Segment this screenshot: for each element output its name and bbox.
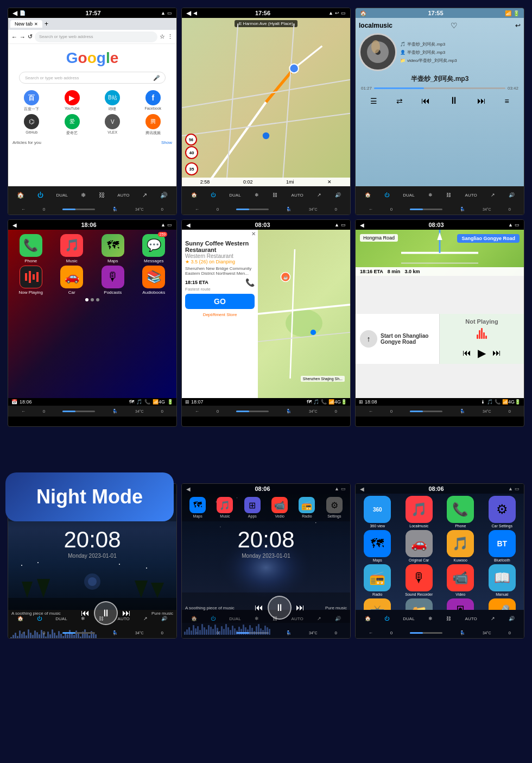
progress-track[interactable] bbox=[374, 87, 505, 89]
vol-slider-3[interactable] bbox=[410, 209, 442, 210]
top-app-apps-8[interactable]: ⊞ Apps bbox=[244, 497, 261, 518]
app-radio-large[interactable]: 📻 Radio bbox=[358, 564, 397, 596]
snow-icon-2[interactable]: ❄ bbox=[255, 192, 259, 198]
top-app-maps-8[interactable]: 🗺 Maps bbox=[189, 497, 206, 518]
vol-slider-4[interactable] bbox=[62, 411, 95, 412]
back-arrow-2[interactable]: ← bbox=[195, 207, 199, 212]
mic-icon[interactable]: 🎤 bbox=[153, 75, 160, 81]
close-map-btn[interactable]: ✕ bbox=[327, 179, 332, 185]
pause-night-8[interactable]: ⏸ bbox=[268, 596, 292, 620]
app-360view[interactable]: 360 360 view bbox=[358, 496, 397, 528]
app-maps-large[interactable]: 🗺 Maps bbox=[358, 530, 397, 562]
close-btn-5[interactable]: ✕ bbox=[251, 231, 256, 237]
shortcut-tencent[interactable]: 腾 腾讯视频 bbox=[134, 114, 173, 136]
carplay-app-messages[interactable]: 💬 259 Messages bbox=[135, 234, 174, 263]
refresh-icon[interactable]: ↺ bbox=[28, 33, 33, 40]
vol-slider-7[interactable] bbox=[62, 632, 95, 634]
app-manual[interactable]: 📖 Manual bbox=[483, 564, 522, 596]
phone-btn-4[interactable]: 📞 bbox=[144, 399, 150, 405]
back-btn-6[interactable]: ◀ bbox=[360, 222, 364, 228]
eq-icon[interactable]: ≡ bbox=[505, 97, 509, 105]
music-btn-5[interactable]: 🎵 bbox=[313, 399, 319, 405]
vol-slider-9[interactable] bbox=[410, 632, 442, 634]
show-btn[interactable]: Show bbox=[161, 140, 172, 145]
music-btn-4[interactable]: 🎵 bbox=[136, 399, 142, 405]
app-localmusic[interactable]: 🎵 Localmusic bbox=[400, 496, 439, 528]
back-arrow-5[interactable]: ← bbox=[195, 409, 199, 414]
chrome-tab[interactable]: New tab ✕ bbox=[10, 20, 42, 28]
power-icon-9[interactable]: ⏻ bbox=[384, 616, 389, 621]
app-file-manager[interactable]: 📁 File Manager bbox=[400, 598, 439, 610]
vol-slider-1[interactable] bbox=[62, 209, 95, 210]
new-tab-btn[interactable]: + bbox=[45, 20, 48, 28]
shuffle-icon[interactable]: ⇄ bbox=[396, 97, 403, 105]
next-btn-6[interactable]: ⏭ bbox=[492, 348, 501, 358]
carplay-app-maps[interactable]: 🗺 Maps bbox=[93, 234, 132, 263]
back-music-btn[interactable]: ↩ bbox=[515, 22, 521, 29]
power-icon-2[interactable]: ⏻ bbox=[211, 192, 216, 198]
home-icon-1[interactable]: 🏠 bbox=[17, 192, 24, 199]
power-icon-3[interactable]: ⏻ bbox=[384, 192, 389, 198]
carplay-app-music[interactable]: 🎵 Music bbox=[53, 234, 92, 263]
back-btn-5[interactable]: ◀ bbox=[186, 222, 191, 228]
carplay-app-phone[interactable]: 📞 Phone bbox=[11, 234, 50, 263]
phone-btn[interactable]: 📞 bbox=[245, 278, 255, 287]
nav-back-2[interactable]: ◀ bbox=[186, 9, 191, 17]
app-phone[interactable]: 📞 Phone bbox=[441, 496, 480, 528]
menu-icon[interactable]: ⋮ bbox=[167, 33, 173, 40]
app-bluetooth[interactable]: BT Bluetooth bbox=[483, 530, 522, 562]
back-icon[interactable]: ← bbox=[11, 34, 17, 40]
link-icon-7[interactable]: ⛓ bbox=[99, 616, 104, 621]
power-icon-7[interactable]: ⏻ bbox=[37, 616, 42, 621]
forward-icon[interactable]: → bbox=[20, 34, 26, 40]
phone-6[interactable]: 📞 bbox=[495, 399, 501, 405]
shortcut-iqiyi[interactable]: 爱 爱奇艺 bbox=[53, 114, 92, 136]
back-arrow-7[interactable]: ← bbox=[21, 630, 26, 635]
snow-icon-3[interactable]: ❄ bbox=[428, 192, 433, 198]
map-btn-4[interactable]: 🗺 bbox=[129, 399, 134, 405]
app-original-car[interactable]: 🚗 Original Car bbox=[400, 530, 439, 562]
curve-icon-1[interactable]: ↗ bbox=[142, 192, 147, 199]
curve-icon-7[interactable]: ↗ bbox=[143, 616, 148, 621]
vol-icon-9[interactable]: 🔊 bbox=[509, 616, 515, 621]
link-icon-2[interactable]: ⛓ bbox=[273, 192, 277, 198]
playlist-icon[interactable]: ☰ bbox=[370, 97, 377, 105]
home-icon-7[interactable]: 🏠 bbox=[17, 616, 23, 621]
track-2[interactable]: 👤 半壶纱_刘珂矣.mp3 bbox=[400, 48, 521, 56]
map-area-2[interactable]: E Harmon Ave (Hyatt Place) bbox=[182, 18, 350, 186]
home-icon-3[interactable]: 🏠 bbox=[365, 192, 371, 198]
snow-icon-7[interactable]: ❄ bbox=[81, 616, 85, 621]
next-btn[interactable]: ⏭ bbox=[477, 96, 486, 106]
track-1[interactable]: 🎵 半壶纱_刘珂矣.mp3 bbox=[400, 40, 521, 48]
map-btn-5[interactable]: 🗺 bbox=[307, 399, 312, 405]
snow-icon-1[interactable]: ❄ bbox=[81, 192, 86, 199]
back-btn-9[interactable]: ◀ bbox=[360, 486, 364, 492]
snow-icon-9[interactable]: ❄ bbox=[428, 616, 433, 621]
back-arrow-4[interactable]: ← bbox=[21, 409, 26, 414]
curve-icon-9[interactable]: ↗ bbox=[491, 616, 495, 621]
app-dsp-settings[interactable]: 🎛 DspSettings bbox=[441, 598, 480, 610]
grid-icon-6[interactable]: ⊞ bbox=[359, 399, 363, 405]
home-icon-9[interactable]: 🏠 bbox=[365, 616, 371, 621]
maps-map-area[interactable]: ☕ Shenzhen Shajing Sh... bbox=[258, 230, 350, 398]
back-btn-8[interactable]: ◀ bbox=[186, 486, 191, 492]
tab-close[interactable]: ✕ bbox=[34, 22, 38, 27]
app-voice-control[interactable]: 🎤 Voice Control bbox=[483, 598, 522, 610]
shortcut-youtube[interactable]: ▶ YouTube bbox=[53, 90, 92, 112]
curve-icon-3[interactable]: ↗ bbox=[491, 192, 495, 198]
vol-icon-1[interactable]: 🔊 bbox=[160, 192, 168, 199]
app-recorder[interactable]: 🎙 Sound Recorder bbox=[400, 564, 439, 596]
vol-slider-2[interactable] bbox=[236, 209, 269, 210]
app-car-settings[interactable]: ⚙ Car Settings bbox=[483, 496, 522, 528]
back-arrow-1[interactable]: ← bbox=[21, 207, 26, 212]
vol-slider-6[interactable] bbox=[410, 411, 442, 412]
link-icon-1[interactable]: ⛓ bbox=[99, 192, 105, 198]
star-icon[interactable]: ☆ bbox=[160, 33, 165, 40]
vol-icon-7[interactable]: 🔊 bbox=[161, 616, 167, 621]
pause-btn[interactable]: ⏸ bbox=[449, 95, 459, 106]
prev-btn[interactable]: ⏮ bbox=[421, 96, 430, 106]
power-icon-1[interactable]: ⏻ bbox=[37, 192, 43, 198]
home-btn-3[interactable]: 🏠 bbox=[360, 10, 366, 16]
app-kuwooo[interactable]: 🎵 Kuwooo bbox=[441, 530, 480, 562]
vol-icon-2[interactable]: 🔊 bbox=[335, 192, 341, 198]
